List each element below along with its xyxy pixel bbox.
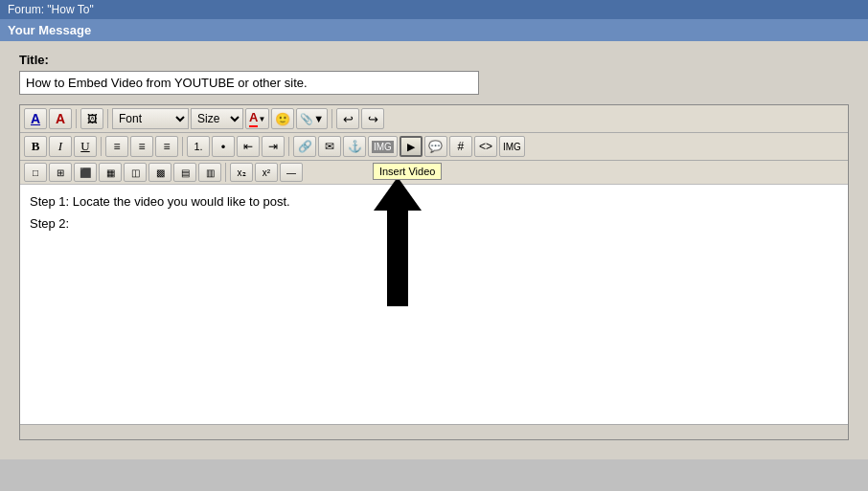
separator-4 [101,137,102,156]
redo-button[interactable]: ↪ [361,108,384,129]
unordered-list-button[interactable]: • [212,136,235,157]
image2-button[interactable]: IMG [499,136,525,157]
sub-btn-10[interactable]: x² [255,163,278,182]
separator-5 [182,137,183,156]
anchor-button[interactable]: ⚓ [343,136,366,157]
toolbar-row-2: B I U ≡ ≡ ≡ 1. • [20,133,848,161]
page-content: Title: A A 🖼 Font Arial Times New Roman [0,41,868,459]
size-select[interactable]: Size 81012 141618 [191,108,243,129]
quote-button[interactable]: 💬 [424,136,447,157]
indent-button[interactable]: ⇥ [262,136,285,157]
editor-line-1: Step 1: Locate the video you would like … [30,194,838,209]
editor-wrapper: A A 🖼 Font Arial Times New Roman Courier… [19,104,849,440]
forum-bar: Forum: "How To" [0,0,868,19]
sub-btn-8[interactable]: ▥ [198,163,221,182]
email-button[interactable]: ✉ [318,136,341,157]
separator-3 [331,109,332,128]
smiley-button[interactable]: 🙂 [271,108,294,129]
font-color-button[interactable]: A ▼ [245,108,269,129]
separator-7 [225,163,226,182]
font-style-button-2[interactable]: A [49,108,72,129]
link-button[interactable]: 🔗 [293,136,316,157]
undo-button[interactable]: ↩ [336,108,359,129]
title-input[interactable] [19,71,479,95]
font-style-button-1[interactable]: A [24,108,47,129]
title-label: Title: [19,53,849,67]
italic-button[interactable]: I [49,136,72,157]
your-message-label: Your Message [8,23,91,37]
insert-image-button[interactable]: IMG [368,136,398,157]
forum-bar-text: Forum: "How To" [8,3,94,16]
separator-6 [288,137,289,156]
attachment-button[interactable]: 📎▼ [296,108,328,129]
your-message-bar: Your Message [0,19,868,41]
editor-bottom-bar [20,424,848,439]
code-button[interactable]: <> [474,136,497,157]
insert-video-button[interactable]: ▶ Insert Video [400,136,423,157]
sub-btn-3[interactable]: ⬛ [74,163,97,182]
align-right-button[interactable]: ≡ [155,136,178,157]
sub-btn-4[interactable]: ▦ [99,163,122,182]
sub-btn-6[interactable]: ▩ [148,163,171,182]
font-select[interactable]: Font Arial Times New Roman Courier New V… [112,108,189,129]
sub-btn-5[interactable]: ◫ [124,163,147,182]
separator-1 [76,109,77,128]
sub-btn-2[interactable]: ⊞ [49,163,72,182]
hash-button[interactable]: # [449,136,472,157]
ordered-list-button[interactable]: 1. [187,136,210,157]
toolbar-row-3: □ ⊞ ⬛ ▦ ◫ ▩ ▤ ▥ [20,161,848,185]
bold-button[interactable]: B [24,136,47,157]
editor-line-2: Step 2: [30,216,838,231]
underline-button[interactable]: U [74,136,97,157]
sub-btn-9[interactable]: x₂ [230,163,253,182]
separator-2 [107,109,108,128]
align-left-button[interactable]: ≡ [105,136,128,157]
sub-btn-7[interactable]: ▤ [173,163,196,182]
sub-btn-1[interactable]: □ [24,163,47,182]
align-center-button[interactable]: ≡ [130,136,153,157]
toolbar-row-1: A A 🖼 Font Arial Times New Roman Courier… [20,105,848,133]
outdent-button[interactable]: ⇤ [237,136,260,157]
sub-btn-11[interactable]: — [280,163,303,182]
editor-area[interactable]: Step 1: Locate the video you would like … [20,185,848,424]
image-button[interactable]: 🖼 [80,108,103,129]
